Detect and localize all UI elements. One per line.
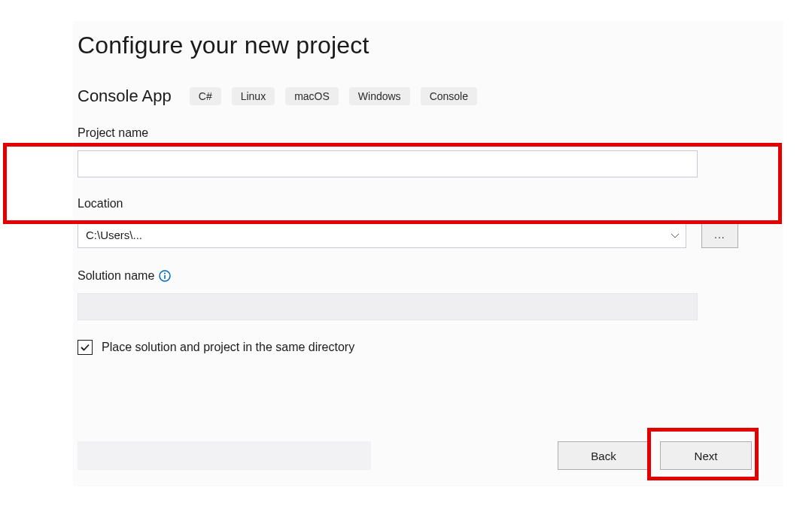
same-directory-checkbox[interactable] [78,340,93,355]
tag-macos: macOS [285,87,339,105]
project-name-input[interactable] [78,150,698,177]
project-name-label: Project name [78,126,738,140]
same-directory-label: Place solution and project in the same d… [102,341,354,354]
info-icon[interactable] [159,270,171,282]
template-name: Console App [78,86,172,106]
location-label: Location [78,197,738,211]
solution-name-input [78,293,698,320]
svg-point-1 [164,273,166,274]
checkmark-icon [80,342,90,353]
back-button[interactable]: Back [558,441,649,470]
tag-csharp: C# [190,87,221,105]
tag-linux: Linux [232,87,275,105]
svg-rect-2 [164,275,166,279]
template-row: Console App C# Linux macOS Windows Conso… [78,86,783,106]
tag-windows: Windows [349,87,410,105]
browse-button[interactable]: ... [701,221,738,248]
bottom-shadow [78,441,371,470]
solution-name-label: Solution name [78,269,154,283]
location-select[interactable]: C:\Users\... [78,221,686,248]
ellipsis-icon: ... [714,229,725,241]
next-button[interactable]: Next [660,441,752,470]
tag-console: Console [421,87,477,105]
location-value: C:\Users\... [86,229,142,241]
page-title: Configure your new project [78,32,783,59]
